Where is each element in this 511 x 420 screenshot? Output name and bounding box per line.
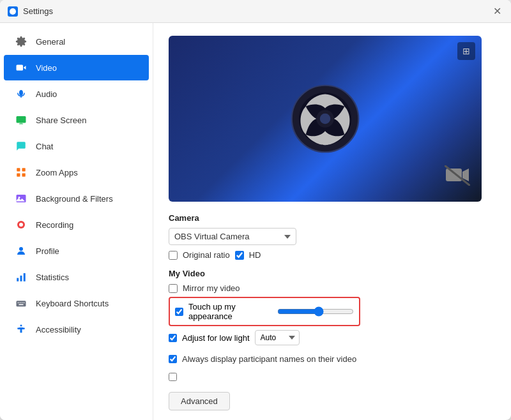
- camera-section-label: Camera: [169, 213, 496, 223]
- sidebar-item-accessibility[interactable]: Accessibility: [4, 317, 149, 342]
- sidebar-label-share-screen: Share Screen: [36, 116, 87, 125]
- original-ratio-checkbox[interactable]: [169, 251, 178, 260]
- adjust-select[interactable]: Auto Manual Off: [255, 330, 300, 345]
- my-video-section: My Video: [169, 269, 496, 278]
- close-button[interactable]: ✕: [491, 5, 503, 18]
- camera-select-row: OBS Virtual Camera: [169, 228, 496, 245]
- svg-rect-15: [20, 276, 22, 281]
- audio-icon: [14, 87, 28, 101]
- svg-rect-8: [22, 174, 26, 177]
- sidebar-item-background-filters[interactable]: Background & Filters: [4, 186, 149, 211]
- camera-select[interactable]: OBS Virtual Camera: [169, 228, 296, 245]
- obs-logo: [290, 84, 360, 154]
- svg-rect-22: [19, 304, 24, 306]
- sidebar-label-general: General: [36, 37, 65, 47]
- sidebar-label-chat: Chat: [36, 142, 53, 151]
- svg-point-10: [19, 197, 20, 199]
- svg-point-12: [19, 223, 23, 227]
- sidebar-label-keyboard-shortcuts: Keyboard Shortcuts: [36, 299, 109, 308]
- chat-icon: [14, 139, 28, 153]
- svg-rect-16: [24, 273, 26, 281]
- sidebar-item-zoom-apps[interactable]: Zoom Apps: [4, 160, 149, 185]
- app-icon: [8, 6, 18, 17]
- svg-rect-1: [17, 65, 24, 71]
- apps-icon: [14, 165, 28, 179]
- sidebar-label-zoom-apps: Zoom Apps: [36, 168, 78, 177]
- svg-rect-7: [17, 174, 20, 177]
- gear-icon: [14, 34, 28, 49]
- sidebar-item-profile[interactable]: Profile: [4, 238, 149, 264]
- original-ratio-row: Original ratio HD: [169, 250, 496, 260]
- settings-window: Settings ✕ General Video: [0, 0, 511, 420]
- sidebar-item-statistics[interactable]: Statistics: [4, 264, 149, 290]
- window-title: Settings: [23, 6, 53, 16]
- svg-point-27: [320, 114, 331, 124]
- accessibility-icon: [14, 322, 28, 336]
- sidebar-item-video[interactable]: Video: [4, 55, 149, 80]
- always-display-checkbox[interactable]: [169, 355, 177, 363]
- svg-rect-18: [18, 303, 19, 304]
- partial-row: [169, 373, 496, 383]
- touch-up-row: Touch up my appearance: [169, 297, 360, 326]
- share-screen-icon: [14, 113, 28, 127]
- mirror-video-checkbox[interactable]: [169, 284, 178, 293]
- adjust-label: Adjust for low light: [182, 333, 250, 343]
- touch-up-slider-container: [277, 306, 354, 317]
- always-display-label: Always display participant names on thei…: [182, 354, 356, 364]
- hd-label: HD: [249, 250, 261, 260]
- touch-up-slider[interactable]: [277, 306, 354, 317]
- video-preview: ⊞: [169, 36, 482, 202]
- svg-rect-6: [22, 168, 26, 171]
- mirror-video-row: Mirror my video: [169, 283, 496, 293]
- svg-point-2: [19, 90, 23, 96]
- svg-rect-17: [17, 301, 26, 306]
- my-video-label: My Video: [169, 269, 496, 278]
- sidebar-label-video: Video: [36, 63, 57, 73]
- sidebar-item-general[interactable]: General: [4, 29, 149, 54]
- sidebar-label-background-filters: Background & Filters: [36, 194, 113, 204]
- svg-rect-14: [17, 278, 19, 281]
- sidebar: General Video Audio Sha: [0, 23, 153, 420]
- touch-up-label: Touch up my appearance: [188, 302, 272, 321]
- svg-rect-20: [22, 303, 23, 304]
- sidebar-item-audio[interactable]: Audio: [4, 81, 149, 107]
- main-content: ➜: [153, 23, 511, 420]
- touch-up-checkbox[interactable]: [175, 308, 183, 316]
- extra-checkbox[interactable]: [169, 373, 177, 381]
- svg-point-23: [20, 325, 22, 327]
- always-display-row: Always display participant names on thei…: [169, 354, 496, 364]
- sidebar-label-audio: Audio: [36, 89, 57, 99]
- svg-rect-4: [17, 116, 26, 123]
- statistics-icon: [14, 270, 28, 284]
- adjust-checkbox[interactable]: [169, 334, 177, 342]
- sidebar-label-accessibility: Accessibility: [36, 325, 81, 334]
- svg-point-0: [10, 8, 16, 15]
- keyboard-icon: [14, 296, 28, 310]
- titlebar: Settings ✕: [0, 0, 511, 23]
- profile-icon: [14, 244, 28, 258]
- camera-off-icon: [445, 165, 470, 190]
- svg-rect-19: [20, 303, 21, 304]
- titlebar-left: Settings: [8, 6, 53, 17]
- recording-icon: [14, 218, 28, 232]
- hd-checkbox[interactable]: [235, 251, 244, 260]
- background-icon: [14, 191, 28, 206]
- sidebar-item-keyboard-shortcuts[interactable]: Keyboard Shortcuts: [4, 290, 149, 316]
- sidebar-label-statistics: Statistics: [36, 273, 69, 282]
- content-area: General Video Audio Sha: [0, 23, 511, 420]
- screen-capture-icon: ⊞: [457, 42, 475, 60]
- sidebar-label-recording: Recording: [36, 220, 73, 230]
- video-icon: [14, 61, 28, 75]
- sidebar-label-profile: Profile: [36, 246, 59, 256]
- advanced-button[interactable]: Advanced: [169, 392, 230, 410]
- svg-point-13: [19, 247, 23, 251]
- sidebar-item-chat[interactable]: Chat: [4, 133, 149, 159]
- svg-rect-21: [24, 303, 25, 304]
- svg-rect-28: [446, 169, 462, 181]
- mirror-label: Mirror my video: [183, 283, 240, 293]
- svg-rect-5: [17, 168, 20, 171]
- sidebar-item-share-screen[interactable]: Share Screen: [4, 107, 149, 133]
- sidebar-item-recording[interactable]: Recording: [4, 212, 149, 237]
- original-ratio-label: Original ratio: [183, 250, 230, 260]
- adjust-row: Adjust for low light Auto Manual Off: [169, 330, 496, 345]
